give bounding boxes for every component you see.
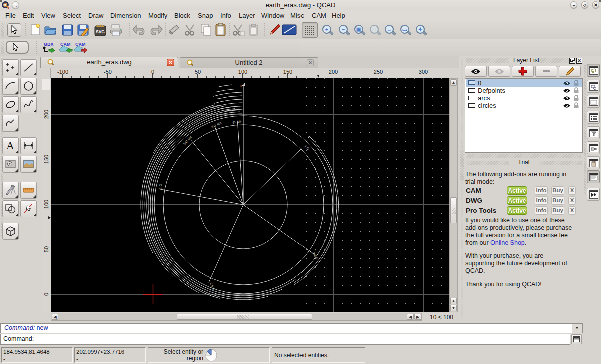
svg-text:250: 250 [374, 69, 383, 75]
svg-text:SVG: SVG [96, 29, 105, 34]
svg-text:CAM: CAM [75, 42, 86, 47]
svg-text:0: 0 [43, 293, 49, 296]
svg-text:150: 150 [283, 69, 292, 75]
svg-text:GBX: GBX [44, 42, 54, 47]
svg-text:✦: ✦ [418, 26, 422, 32]
svg-text:100: 100 [238, 69, 247, 75]
svg-text:▭: ▭ [402, 26, 407, 32]
svg-text:←: ← [387, 26, 392, 32]
svg-text:1 G: 1 G [158, 184, 162, 189]
svg-text:200: 200 [329, 69, 338, 75]
svg-text:-100: -100 [57, 69, 68, 75]
svg-text:A: A [6, 139, 14, 152]
svg-text:0: 0 [151, 69, 154, 75]
svg-text:0: 0 [240, 84, 242, 88]
svg-text:□: □ [373, 26, 376, 32]
svg-text:CAM: CAM [60, 42, 71, 47]
svg-text:50: 50 [195, 69, 201, 75]
svg-text:300: 300 [419, 69, 428, 75]
svg-text:+: + [325, 26, 328, 32]
svg-text:−: − [342, 26, 345, 32]
svg-text:150: 150 [43, 155, 49, 164]
svg-text:-50: -50 [104, 69, 112, 75]
svg-text:50: 50 [43, 246, 49, 252]
svg-text:100: 100 [43, 200, 49, 209]
svg-text:200: 200 [43, 110, 49, 119]
svg-text:▣: ▣ [356, 26, 361, 32]
